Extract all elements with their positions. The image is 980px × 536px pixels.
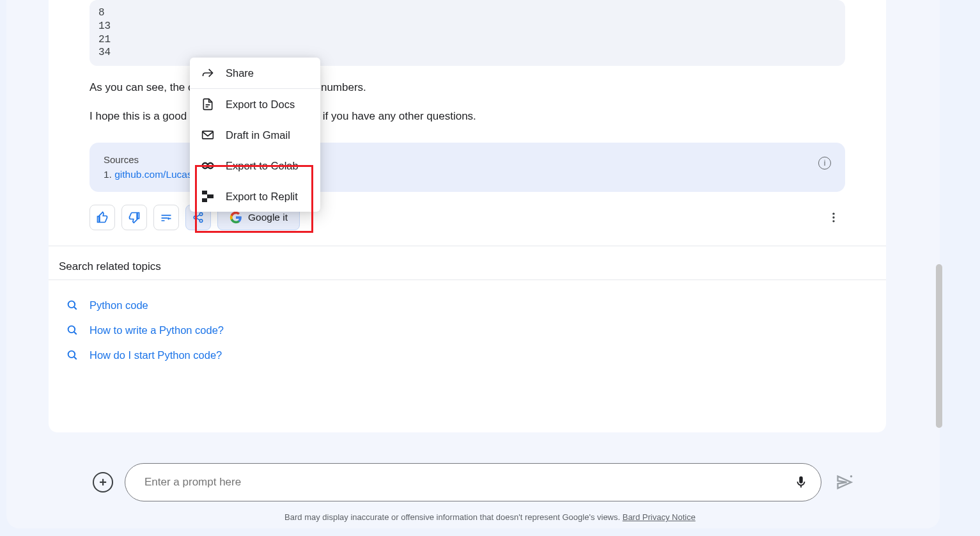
svg-line-9 xyxy=(74,307,77,310)
related-text: How to write a Python code? xyxy=(89,324,224,336)
code-line: 21 xyxy=(98,33,836,47)
related-text: How do I start Python code? xyxy=(89,349,222,361)
share-menu-item[interactable]: Share xyxy=(190,58,320,88)
thumbs-up-icon xyxy=(96,211,109,224)
svg-point-6 xyxy=(832,216,834,218)
code-line: 8 xyxy=(98,6,836,20)
svg-point-8 xyxy=(68,301,75,308)
colab-icon xyxy=(201,159,214,172)
more-vert-icon xyxy=(827,211,840,224)
related-title: Search related topics xyxy=(49,246,886,280)
search-icon xyxy=(66,324,78,336)
add-button[interactable]: + xyxy=(93,472,113,493)
scrollbar-thumb[interactable] xyxy=(936,264,942,428)
tune-icon xyxy=(160,211,173,224)
svg-point-10 xyxy=(68,326,75,333)
thumbs-down-icon xyxy=(128,211,141,224)
search-icon xyxy=(66,299,78,311)
svg-rect-16 xyxy=(203,131,214,139)
tune-button[interactable] xyxy=(153,205,179,230)
related-item[interactable]: How do I start Python code? xyxy=(66,343,868,368)
svg-point-0 xyxy=(199,212,203,216)
svg-point-12 xyxy=(68,351,75,358)
svg-point-22 xyxy=(850,475,853,478)
google-it-label: Google it xyxy=(248,212,288,223)
svg-point-5 xyxy=(832,212,834,214)
svg-point-18 xyxy=(208,163,213,168)
thumbs-down-button[interactable] xyxy=(121,205,147,230)
send-button[interactable] xyxy=(836,473,853,491)
prompt-input[interactable] xyxy=(144,476,794,489)
prompt-input-container xyxy=(125,463,821,501)
svg-line-4 xyxy=(196,218,199,220)
svg-line-11 xyxy=(74,332,77,335)
gmail-icon xyxy=(201,129,214,141)
code-output-block: 8 13 21 34 xyxy=(89,0,845,66)
code-line: 13 xyxy=(98,20,836,33)
menu-label: Draft in Gmail xyxy=(226,129,290,141)
privacy-link[interactable]: Bard Privacy Notice xyxy=(623,512,696,522)
menu-label: Export to Docs xyxy=(226,99,295,111)
google-logo-icon xyxy=(229,211,242,224)
search-icon xyxy=(66,349,78,361)
svg-line-13 xyxy=(74,357,77,359)
svg-rect-20 xyxy=(207,194,214,198)
related-text: Python code xyxy=(89,299,148,311)
share-forward-icon xyxy=(201,67,214,79)
draft-gmail-menu-item[interactable]: Draft in Gmail xyxy=(190,120,320,150)
more-options-button[interactable] xyxy=(822,206,845,229)
export-replit-menu-item[interactable]: Export to Replit xyxy=(190,181,320,212)
share-icon xyxy=(192,212,204,223)
svg-line-3 xyxy=(196,215,199,217)
svg-point-1 xyxy=(194,216,197,219)
related-topics-section: Search related topics Python code How to… xyxy=(49,246,886,381)
prompt-bar: + xyxy=(93,463,853,501)
svg-point-2 xyxy=(199,219,203,223)
docs-icon xyxy=(201,98,214,111)
info-icon[interactable]: i xyxy=(818,157,831,169)
menu-label: Share xyxy=(226,67,254,79)
menu-label: Export to Colab xyxy=(226,160,299,172)
svg-rect-19 xyxy=(202,191,207,194)
thumbs-up-button[interactable] xyxy=(89,205,115,230)
source-link[interactable]: github.com/Lucas xyxy=(114,169,192,180)
svg-rect-21 xyxy=(202,198,207,202)
related-item[interactable]: Python code xyxy=(66,293,868,318)
svg-point-7 xyxy=(832,220,834,222)
replit-icon xyxy=(201,190,214,203)
disclaimer-text: Bard may display inaccurate or offensive… xyxy=(0,512,980,522)
related-item[interactable]: How to write a Python code? xyxy=(66,318,868,343)
chat-response-card: 8 13 21 34 As you can see, the code outp… xyxy=(49,0,886,432)
share-dropdown-menu: Share Export to Docs Draft in Gmail Expo… xyxy=(190,58,320,212)
menu-label: Export to Replit xyxy=(226,191,298,203)
mic-icon[interactable] xyxy=(794,475,808,489)
source-number: 1. xyxy=(104,169,112,180)
export-docs-menu-item[interactable]: Export to Docs xyxy=(190,89,320,120)
export-colab-menu-item[interactable]: Export to Colab xyxy=(190,150,320,181)
